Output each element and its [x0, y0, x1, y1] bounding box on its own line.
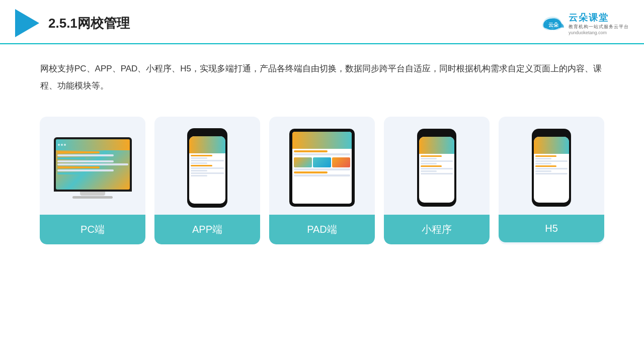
card-app: APP端: [154, 117, 260, 244]
card-mini-label: 小程序: [384, 215, 490, 244]
mini-notch: [431, 131, 442, 133]
card-mini-image: [384, 117, 490, 215]
card-pc-label: PC端: [40, 215, 145, 244]
description-text: 网校支持PC、APP、PAD、小程序、H5，实现多端打通，产品各终端自由切换，数…: [0, 44, 644, 100]
card-h5-image: [499, 117, 604, 215]
h5-phone-mockup: [532, 129, 571, 207]
header-right: 云朵 云朵课堂 教育机构一站式服务云平台 yunduoketang.com: [539, 12, 629, 35]
header-left: 2.5.1网校管理: [15, 9, 130, 37]
card-mini: 小程序: [384, 117, 490, 244]
tablet-mockup: [289, 129, 355, 207]
card-pad-label: PAD端: [269, 215, 375, 244]
pc-mockup: [54, 137, 132, 199]
card-app-label: APP端: [154, 215, 260, 244]
header: 2.5.1网校管理 云朵 云朵课堂 教育机构一站式服务云平: [0, 0, 644, 44]
brand-name: 云朵课堂: [569, 12, 609, 24]
phone-notch: [202, 130, 213, 133]
cloud-icon: 云朵: [539, 14, 566, 32]
app-phone-screen: [189, 136, 225, 204]
cards-container: PC端: [0, 105, 644, 254]
h5-phone-screen: [534, 137, 569, 203]
brand-logo: 云朵 云朵课堂 教育机构一站式服务云平台 yunduoketang.com: [539, 12, 629, 35]
card-pc: PC端: [40, 117, 145, 244]
tablet-screen: [292, 132, 352, 204]
app-phone-mockup: [187, 128, 227, 208]
mini-phone-screen: [419, 137, 454, 203]
page-title: 2.5.1网校管理: [48, 15, 130, 32]
brand-text: 云朵课堂 教育机构一站式服务云平台 yunduoketang.com: [569, 12, 629, 35]
card-pc-image: [40, 117, 145, 215]
card-h5-label: H5: [499, 215, 604, 242]
card-h5: H5: [499, 117, 604, 244]
card-pad-image: [269, 117, 375, 215]
mini-phone-mockup: [417, 129, 456, 207]
svg-text:云朵: 云朵: [548, 22, 559, 28]
card-app-image: [154, 117, 260, 215]
brand-subtitle: 教育机构一站式服务云平台: [569, 24, 629, 30]
h5-notch: [546, 131, 557, 133]
card-pad: PAD端: [269, 117, 375, 244]
logo-triangle-icon: [15, 9, 39, 37]
brand-url: yunduoketang.com: [569, 30, 607, 35]
